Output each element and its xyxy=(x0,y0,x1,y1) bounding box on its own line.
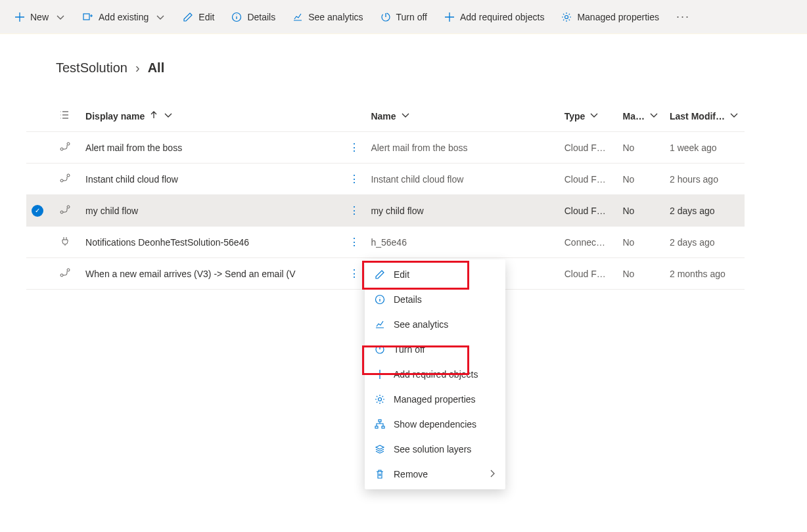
row-type: Cloud F… xyxy=(559,258,618,290)
managed-properties-label: Managed properties xyxy=(577,12,659,22)
column-display-name[interactable]: Display name xyxy=(85,110,173,122)
breadcrumb-current: All xyxy=(148,60,165,76)
chart-icon xyxy=(292,12,303,22)
row-name: Alert mail from the boss xyxy=(365,132,559,164)
plus-icon xyxy=(14,12,25,22)
row-managed: No xyxy=(618,164,665,195)
plus-icon xyxy=(444,12,455,22)
turn-off-button[interactable]: Turn off xyxy=(374,8,434,26)
row-managed: No xyxy=(618,227,665,258)
row-type: Cloud F… xyxy=(559,132,618,164)
list-view-icon[interactable] xyxy=(60,112,70,122)
row-managed: No xyxy=(618,195,665,227)
add-existing-label: Add existing xyxy=(99,12,149,22)
row-actions-button[interactable]: ⋮ xyxy=(349,204,359,217)
see-analytics-label: See analytics xyxy=(308,12,363,22)
command-bar: New Add existing Edit Details See analyt… xyxy=(0,0,807,34)
info-icon xyxy=(231,12,242,22)
edit-label: Edit xyxy=(198,12,214,22)
row-actions-button[interactable]: ⋮ xyxy=(349,236,359,248)
row-type: Connec… xyxy=(559,227,618,258)
ctx-edit[interactable]: Edit xyxy=(365,262,505,287)
ctx-details[interactable]: Details xyxy=(365,287,505,290)
chevron-down-icon xyxy=(155,12,166,22)
column-last-modified[interactable]: Last Modif… xyxy=(670,110,739,122)
power-icon xyxy=(380,12,391,22)
chevron-right-icon: › xyxy=(135,60,140,76)
overflow-button[interactable]: ··· xyxy=(670,10,697,24)
details-label: Details xyxy=(247,12,275,22)
row-name: h_56e46 xyxy=(365,227,559,258)
table-row[interactable]: Instant child cloud flow⋮Instant child c… xyxy=(26,164,745,195)
checkbox-checked-icon[interactable]: ✓ xyxy=(32,205,43,217)
row-display-name[interactable]: Alert mail from the boss xyxy=(80,132,344,164)
column-type[interactable]: Type xyxy=(565,110,600,122)
add-existing-icon xyxy=(83,12,93,22)
new-button[interactable]: New xyxy=(8,8,72,26)
chevron-down-icon xyxy=(589,110,599,122)
new-label: New xyxy=(30,12,49,22)
row-managed: No xyxy=(618,132,665,164)
row-type-icon xyxy=(60,236,70,246)
table-row[interactable]: Notifications DeonheTestSolution-56e46⋮h… xyxy=(26,227,745,258)
edit-icon xyxy=(183,12,193,22)
column-name[interactable]: Name xyxy=(371,110,410,122)
chevron-down-icon xyxy=(163,110,173,122)
breadcrumb: TestSolution › All xyxy=(56,60,774,76)
row-managed: No xyxy=(618,258,665,290)
table-row[interactable]: ✓my child flow⋮my child flowCloud F…No2 … xyxy=(26,195,745,227)
sort-up-icon xyxy=(149,110,159,122)
row-modified: 2 days ago xyxy=(664,195,745,227)
see-analytics-button[interactable]: See analytics xyxy=(286,8,369,26)
add-required-button[interactable]: Add required objects xyxy=(438,8,551,26)
chevron-down-icon xyxy=(55,12,66,22)
managed-properties-button[interactable]: Managed properties xyxy=(555,8,666,26)
context-menu: Edit Details See analytics Turn off Add … xyxy=(365,259,505,290)
row-modified: 1 week ago xyxy=(664,132,745,164)
row-name: Instant child cloud flow xyxy=(365,164,559,195)
chevron-down-icon xyxy=(400,110,411,122)
gear-icon xyxy=(561,12,572,22)
turn-off-label: Turn off xyxy=(396,12,427,22)
row-type-icon xyxy=(60,267,70,278)
row-modified: 2 days ago xyxy=(664,227,745,258)
row-type-icon xyxy=(60,173,70,183)
row-actions-button[interactable]: ⋮ xyxy=(349,173,359,185)
row-actions-button[interactable]: ⋮ xyxy=(349,267,359,280)
row-name: my child flow xyxy=(365,195,559,227)
chevron-down-icon xyxy=(729,110,739,122)
breadcrumb-solution[interactable]: TestSolution xyxy=(56,60,127,76)
row-display-name[interactable]: When a new email arrives (V3) -> Send an… xyxy=(80,258,344,290)
row-type: Cloud F… xyxy=(559,195,618,227)
details-button[interactable]: Details xyxy=(225,8,282,26)
row-actions-button[interactable]: ⋮ xyxy=(349,141,359,154)
add-existing-button[interactable]: Add existing xyxy=(76,8,172,26)
row-type-icon xyxy=(60,204,70,215)
row-display-name[interactable]: Notifications DeonheTestSolution-56e46 xyxy=(80,227,344,258)
row-modified: 2 hours ago xyxy=(664,164,745,195)
edit-icon xyxy=(374,269,386,280)
chevron-down-icon xyxy=(649,110,659,122)
row-modified: 2 months ago xyxy=(664,258,745,290)
row-display-name[interactable]: Instant child cloud flow xyxy=(80,164,344,195)
add-required-label: Add required objects xyxy=(460,12,544,22)
row-type-icon xyxy=(60,141,70,152)
edit-button[interactable]: Edit xyxy=(176,8,221,26)
table-row[interactable]: Alert mail from the boss⋮Alert mail from… xyxy=(26,132,745,164)
column-managed[interactable]: Ma… xyxy=(623,110,659,122)
row-type: Cloud F… xyxy=(559,164,618,195)
row-display-name[interactable]: my child flow xyxy=(80,195,344,227)
